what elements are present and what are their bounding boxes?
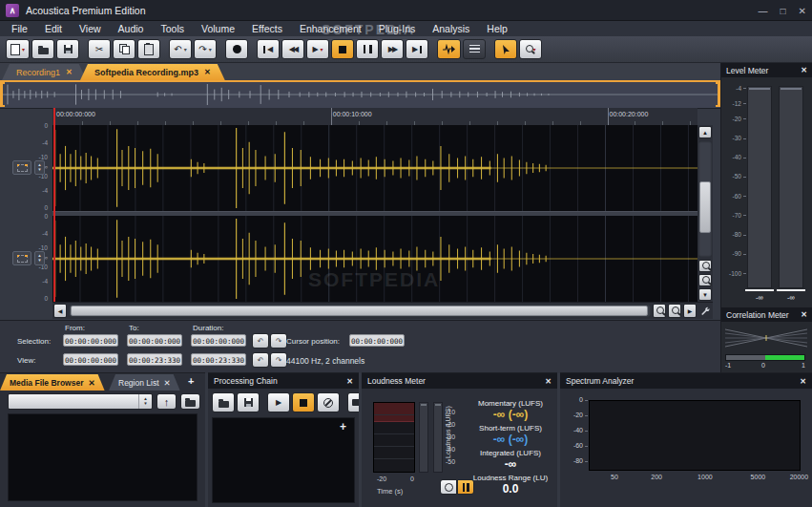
menu-view[interactable]: View bbox=[71, 21, 110, 36]
menu-analysis[interactable]: Analysis bbox=[424, 21, 478, 36]
waveform-channel-1[interactable] bbox=[52, 125, 697, 211]
chain-apply-button[interactable]: Ap bbox=[347, 392, 359, 412]
copy-button[interactable] bbox=[113, 39, 135, 59]
selection-duration-field[interactable]: 00:00:00:000 bbox=[191, 334, 246, 347]
menu-plugins[interactable]: Plug-Ins bbox=[370, 21, 425, 36]
time-ruler[interactable]: 00:00:00:00000:00:10:00000:00:20:000 bbox=[52, 108, 697, 126]
zoom-tool-button[interactable]: ▾ bbox=[519, 39, 542, 59]
undo-button[interactable]: ↶▾ bbox=[169, 39, 192, 59]
tab-recording1[interactable]: Recording1 ✕ bbox=[2, 64, 87, 80]
processing-chain-list[interactable]: + bbox=[212, 417, 355, 503]
view-undo-button[interactable]: ↶ bbox=[252, 352, 269, 368]
selection-undo-button[interactable]: ↶ bbox=[252, 333, 269, 349]
save-button[interactable] bbox=[56, 39, 79, 59]
maximize-button[interactable]: □ bbox=[781, 6, 786, 16]
playlist-button[interactable] bbox=[463, 39, 486, 59]
cursor-position-field[interactable]: 00:00:00:000 bbox=[349, 334, 405, 347]
scroll-down-button[interactable]: ▼ bbox=[698, 288, 712, 301]
close-panel-icon[interactable]: ✕ bbox=[801, 310, 807, 319]
channel-1-spinner[interactable]: ▲▼ bbox=[34, 160, 45, 175]
play-button[interactable]: ▶▾ bbox=[306, 39, 329, 59]
view-redo-button[interactable]: ↷ bbox=[270, 352, 287, 368]
horizontal-scrollbar[interactable]: ◀ ▶ bbox=[52, 302, 697, 319]
chain-play-button[interactable]: ▶ bbox=[267, 392, 290, 412]
chain-save-button[interactable] bbox=[237, 392, 260, 412]
go-to-end-button[interactable]: ▶ bbox=[406, 39, 428, 59]
parent-folder-button[interactable]: ↑ bbox=[156, 393, 177, 410]
open-file-button[interactable] bbox=[31, 39, 54, 59]
selection-to-field[interactable]: 00:00:00:000 bbox=[127, 334, 182, 347]
cut-button[interactable]: ✂ bbox=[88, 39, 111, 59]
tab-softpedia-recording[interactable]: Softpedia Recording.mp3 ✕ bbox=[80, 64, 225, 80]
menu-tools[interactable]: Tools bbox=[152, 21, 193, 36]
folder-path-combobox[interactable]: ▲▼ bbox=[8, 393, 153, 410]
db-scale-label: 0 bbox=[6, 213, 48, 220]
vertical-scroll-track[interactable] bbox=[698, 141, 712, 257]
menu-volume[interactable]: Volume bbox=[193, 21, 243, 36]
view-to-field[interactable]: 00:00:23:330 bbox=[127, 353, 182, 366]
view-range-start-handle[interactable] bbox=[0, 82, 5, 107]
stop-button[interactable] bbox=[331, 39, 354, 59]
menu-audio[interactable]: Audio bbox=[110, 21, 153, 36]
menu-effects[interactable]: Effects bbox=[243, 21, 291, 36]
menu-edit[interactable]: Edit bbox=[36, 21, 71, 36]
close-tab-icon[interactable]: ✕ bbox=[204, 68, 211, 76]
fast-forward-button[interactable]: ▶▶ bbox=[381, 39, 404, 59]
chain-open-button[interactable] bbox=[212, 392, 235, 412]
loop-playback-button[interactable] bbox=[437, 39, 461, 59]
rewind-button[interactable]: ◀◀ bbox=[281, 39, 304, 59]
zoom-out-vertical-button[interactable] bbox=[698, 274, 712, 286]
tab-media-file-browser[interactable]: Media File Browser ✕ bbox=[0, 374, 105, 391]
zoom-out-button[interactable] bbox=[668, 304, 681, 318]
vertical-scrollbar[interactable]: ▲ ▼ bbox=[697, 125, 713, 302]
scroll-right-button[interactable]: ▶ bbox=[683, 304, 697, 318]
zoom-in-vertical-button[interactable] bbox=[698, 260, 712, 272]
channel-2-options-button[interactable] bbox=[12, 251, 31, 265]
channel-1-options-button[interactable] bbox=[12, 160, 31, 175]
browse-folder-button[interactable] bbox=[180, 393, 200, 410]
selection-redo-button[interactable]: ↷ bbox=[270, 333, 287, 349]
go-to-start-button[interactable]: ◀ bbox=[257, 39, 280, 59]
close-panel-icon[interactable]: ✕ bbox=[801, 66, 807, 74]
view-from-field[interactable]: 00:00:00:000 bbox=[63, 353, 118, 366]
paste-button[interactable] bbox=[137, 39, 160, 59]
close-tab-icon[interactable]: ✕ bbox=[88, 378, 94, 388]
redo-button[interactable]: ↷▾ bbox=[194, 39, 217, 59]
scroll-left-button[interactable]: ◀ bbox=[53, 304, 67, 318]
close-tab-icon[interactable]: ✕ bbox=[164, 378, 171, 388]
waveform-channel-2[interactable] bbox=[52, 216, 697, 302]
new-file-button[interactable]: ▾ bbox=[6, 39, 30, 59]
close-panel-icon[interactable]: ✕ bbox=[346, 377, 353, 386]
close-window-button[interactable]: ✕ bbox=[799, 6, 806, 16]
channel-2-spinner[interactable]: ▲▼ bbox=[34, 251, 45, 265]
selection-tool-button[interactable] bbox=[494, 39, 517, 59]
waveform-overview[interactable] bbox=[0, 82, 720, 109]
close-panel-icon[interactable]: ✕ bbox=[545, 377, 552, 386]
loudness-reset-button[interactable] bbox=[440, 479, 457, 495]
close-tab-icon[interactable]: ✕ bbox=[66, 68, 73, 76]
scrollbar-settings-button[interactable] bbox=[697, 302, 713, 319]
record-button[interactable] bbox=[225, 39, 248, 59]
selection-from-field[interactable]: 00:00:00:000 bbox=[63, 334, 118, 347]
menu-enhancement[interactable]: Enhancement bbox=[291, 21, 370, 36]
playback-cursor[interactable] bbox=[53, 108, 55, 302]
play-icon: ▶ bbox=[312, 46, 318, 53]
pause-button[interactable] bbox=[356, 39, 379, 59]
add-panel-tab-button[interactable]: + bbox=[188, 375, 194, 387]
chain-bypass-button[interactable] bbox=[317, 392, 340, 412]
close-panel-icon[interactable]: ✕ bbox=[800, 377, 806, 386]
horizontal-scroll-thumb[interactable] bbox=[71, 306, 648, 316]
add-processor-button[interactable]: + bbox=[340, 420, 346, 433]
scroll-up-button[interactable]: ▲ bbox=[698, 126, 712, 138]
view-duration-field[interactable]: 00:00:23:330 bbox=[191, 353, 246, 366]
chain-stop-button[interactable] bbox=[292, 392, 315, 412]
minimize-button[interactable]: — bbox=[759, 6, 768, 16]
tab-label: Media File Browser bbox=[10, 378, 83, 388]
menu-file[interactable]: File bbox=[3, 21, 36, 36]
menu-help[interactable]: Help bbox=[478, 21, 516, 36]
zoom-in-button[interactable] bbox=[653, 304, 666, 318]
tab-region-list[interactable]: Region List ✕ bbox=[109, 374, 180, 391]
horizontal-scroll-track[interactable] bbox=[69, 305, 651, 317]
vertical-scroll-thumb[interactable] bbox=[699, 181, 711, 233]
media-file-list[interactable] bbox=[8, 413, 198, 501]
